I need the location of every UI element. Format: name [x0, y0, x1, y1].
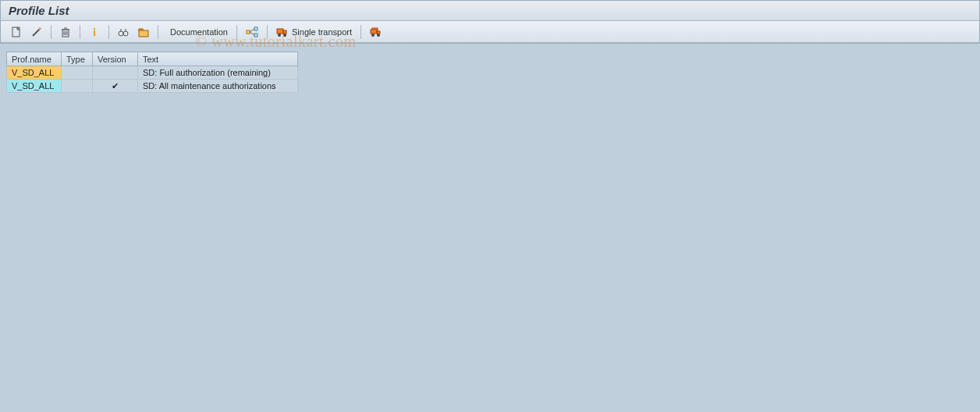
info-button[interactable] [85, 24, 104, 40]
col-header-profname[interactable]: Prof.name [7, 52, 62, 66]
pencil-icon [31, 27, 42, 37]
svg-rect-18 [254, 27, 257, 30]
mass-transport-button[interactable] [366, 24, 388, 40]
profile-table: Prof.name Type Version Text V_SD_ALLSD: … [6, 52, 298, 93]
svg-point-11 [119, 31, 123, 36]
binoculars-icon [118, 27, 129, 37]
col-header-text[interactable]: Text [138, 52, 298, 66]
svg-rect-23 [283, 30, 286, 34]
cell-type[interactable] [62, 66, 93, 80]
svg-rect-22 [277, 29, 283, 34]
cell-text[interactable]: SD: All maintenance authorizations [138, 80, 298, 93]
cell-text[interactable]: SD: Full authorization (remaining) [138, 66, 298, 80]
col-header-type[interactable]: Type [62, 52, 93, 66]
svg-line-20 [250, 29, 254, 32]
content-area: Prof.name Type Version Text V_SD_ALLSD: … [0, 44, 980, 101]
svg-point-24 [278, 34, 281, 37]
toolbar: Documentation Single transport [1, 21, 979, 43]
svg-rect-19 [254, 34, 257, 37]
svg-rect-27 [371, 30, 377, 34]
truck-multi-icon [370, 27, 384, 37]
delete-button[interactable] [56, 24, 75, 40]
toolbar-separator [158, 25, 158, 39]
toolbar-separator [360, 25, 361, 39]
cell-version[interactable] [93, 66, 138, 80]
truck-icon [276, 27, 289, 37]
svg-line-21 [250, 32, 254, 35]
edit-button[interactable] [27, 24, 46, 40]
page-title: Profile List [9, 4, 971, 17]
col-header-version[interactable]: Version [93, 52, 138, 66]
svg-rect-10 [94, 30, 95, 36]
toolbar-separator [51, 25, 51, 39]
cell-version[interactable]: ✔ [93, 80, 138, 93]
svg-point-29 [371, 34, 375, 37]
documentation-label: Documentation [170, 27, 228, 37]
toolbar-separator [236, 25, 237, 39]
table-header-row: Prof.name Type Version Text [7, 52, 298, 66]
overview-button[interactable] [134, 24, 153, 40]
svg-rect-28 [377, 31, 380, 34]
svg-point-25 [283, 34, 286, 37]
folder-icon [138, 27, 149, 37]
svg-rect-9 [94, 28, 95, 30]
table-row[interactable]: V_SD_ALLSD: Full authorization (remainin… [7, 66, 298, 80]
hierarchy-icon [246, 27, 258, 37]
cell-profname[interactable]: V_SD_ALL [7, 66, 62, 80]
toolbar-separator [267, 25, 268, 39]
document-icon [11, 27, 22, 37]
where-used-button[interactable] [242, 24, 262, 40]
svg-point-30 [377, 34, 380, 37]
find-button[interactable] [114, 24, 133, 40]
info-icon [89, 27, 100, 37]
table-row[interactable]: V_SD_ALL✔SD: All maintenance authorizati… [7, 80, 298, 93]
cell-profname[interactable]: V_SD_ALL [7, 80, 62, 93]
svg-point-12 [123, 31, 128, 36]
svg-rect-17 [247, 30, 250, 34]
single-transport-label: Single transport [292, 27, 352, 37]
cell-type[interactable] [62, 80, 93, 93]
toolbar-separator [80, 25, 80, 39]
svg-rect-16 [139, 30, 148, 37]
title-bar: Profile List [1, 1, 979, 21]
create-button[interactable] [7, 24, 26, 40]
documentation-button[interactable]: Documentation [163, 25, 232, 39]
single-transport-button[interactable]: Single transport [272, 24, 356, 40]
trash-icon [60, 27, 71, 37]
toolbar-separator [108, 25, 109, 39]
